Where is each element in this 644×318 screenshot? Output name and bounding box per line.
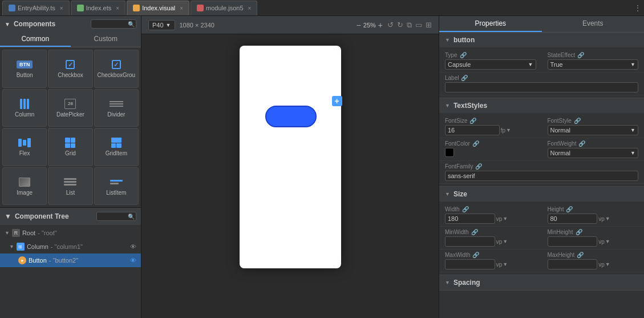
prop-fontsize: FontSize 🔗 fp ▼ — [439, 115, 542, 138]
prop-minheight-value: vp ▼ — [548, 236, 639, 247]
props-section-button-header[interactable]: ▼ button — [439, 33, 644, 47]
comp-checkboxgroup-label: CheckboxGrou — [97, 72, 135, 78]
prop-fontstyle-select[interactable]: Normal ▼ — [548, 125, 639, 135]
redo-button[interactable]: ↻ — [397, 21, 403, 29]
component-grid: BTN Button Checkbox CheckboxGrou — [0, 47, 141, 207]
prop-height-link-icon[interactable]: 🔗 — [566, 206, 573, 212]
comp-button-label: Button — [17, 72, 33, 78]
device-label: P40 — [152, 22, 164, 29]
comp-checkbox-label: Checkbox — [58, 72, 83, 78]
component-search-box[interactable]: 🔍 — [91, 19, 136, 29]
comp-divider[interactable]: Divider — [94, 89, 139, 127]
props-section-spacing-header[interactable]: ▼ Spacing — [439, 275, 644, 290]
prop-width-link-icon[interactable]: 🔗 — [462, 206, 469, 212]
prop-fontstyle-link-icon[interactable]: 🔗 — [574, 118, 581, 124]
prop-minwidth-label: MinWidth 🔗 — [445, 229, 536, 235]
frame-button[interactable]: ▭ — [415, 21, 422, 29]
tab-close-visual[interactable]: × — [180, 5, 183, 11]
prop-fontsize-link-icon[interactable]: 🔗 — [469, 118, 476, 124]
prop-fontstyle-value: Normal ▼ — [548, 125, 639, 135]
prop-height: Height 🔗 vp ▼ — [542, 204, 645, 227]
tree-item-button[interactable]: ● Button - "button2" 👁 — [0, 253, 141, 267]
prop-type-select[interactable]: Capsule ▼ — [445, 59, 536, 70]
prop-stateeffect-link-icon[interactable]: 🔗 — [577, 52, 584, 58]
prop-fontfamily-input[interactable] — [445, 171, 638, 181]
tree-label-column: Column — [27, 243, 48, 250]
tree-item-root[interactable]: ▼ R Root - "root" — [0, 226, 141, 240]
copy-button[interactable]: ⧉ — [407, 21, 412, 30]
comp-button[interactable]: BTN Button — [2, 50, 47, 88]
tab-properties[interactable]: Properties — [439, 16, 542, 32]
canvas-content[interactable]: + — [141, 34, 439, 318]
zoom-controls: − 25% + — [357, 21, 383, 29]
prop-fontcolor-link-icon[interactable]: 🔗 — [472, 140, 479, 147]
prop-minheight-link-icon[interactable]: 🔗 — [576, 229, 582, 235]
tab-events[interactable]: Events — [542, 16, 645, 32]
comp-checkboxgroup[interactable]: CheckboxGrou — [94, 50, 139, 88]
prop-maxheight-unit: vp ▼ — [598, 261, 610, 268]
props-section-size: ▼ Size Width 🔗 vp ▼ — [439, 187, 644, 275]
tab-custom[interactable]: Custom — [71, 32, 141, 47]
prop-maxheight-input[interactable] — [548, 259, 598, 269]
tree-arrow-toggle[interactable]: ▼ — [5, 212, 11, 220]
prop-minwidth-link-icon[interactable]: 🔗 — [471, 229, 478, 235]
prop-fontcolor-swatch[interactable] — [445, 148, 454, 157]
comp-grid[interactable]: Grid — [48, 128, 92, 166]
components-arrow[interactable]: ▼ — [5, 21, 10, 27]
props-section-textstyles-header[interactable]: ▼ TextStyles — [439, 98, 644, 113]
prop-height-input[interactable] — [548, 214, 598, 224]
comp-checkbox[interactable]: Checkbox — [48, 50, 92, 88]
grid-toggle-button[interactable]: ⊞ — [426, 21, 432, 29]
zoom-out-button[interactable]: − — [357, 21, 361, 29]
tab-entry-ability[interactable]: EntryAbility.ts × — [2, 1, 70, 15]
prop-fontcolor: FontColor 🔗 — [439, 138, 542, 161]
comp-griditem[interactable]: GridItem — [94, 128, 139, 166]
tree-search-box[interactable]: 🔍 — [96, 212, 136, 221]
prop-minwidth-input[interactable] — [445, 236, 495, 247]
prop-fontsize-input[interactable] — [445, 125, 500, 135]
tab-index-visual[interactable]: Index.visual × — [127, 1, 189, 15]
props-section-button: ▼ button Type 🔗 Capsule ▼ — [439, 33, 644, 98]
prop-maxwidth-input[interactable] — [445, 259, 495, 269]
prop-label-link-icon[interactable]: 🔗 — [461, 75, 468, 81]
tree-eye-column[interactable]: 👁 — [130, 243, 136, 250]
prop-label-input[interactable] — [445, 82, 638, 92]
tree-expand-root[interactable]: ▼ — [5, 230, 10, 236]
prop-fontweight-select[interactable]: Normal ▼ — [548, 148, 639, 158]
prop-fontfamily-link-icon[interactable]: 🔗 — [475, 163, 482, 170]
tree-item-column[interactable]: ▼ ⊞ Column - "column1" 👁 — [0, 240, 141, 253]
device-selector[interactable]: P40 ▼ — [148, 20, 175, 30]
prop-maxheight-link-icon[interactable]: 🔗 — [577, 252, 584, 258]
prop-type-link-icon[interactable]: 🔗 — [460, 52, 467, 58]
prop-minwidth: MinWidth 🔗 vp ▼ — [439, 227, 542, 249]
comp-divider-label: Divider — [107, 111, 125, 118]
prop-width-input[interactable] — [445, 214, 495, 224]
prop-fontweight-link-icon[interactable]: 🔗 — [578, 140, 585, 147]
tree-expand-column[interactable]: ▼ — [9, 244, 14, 249]
device-dropdown-icon: ▼ — [166, 22, 171, 28]
zoom-in-button[interactable]: + — [378, 21, 383, 29]
comp-griditem-label: GridItem — [106, 150, 127, 156]
tab-module-json[interactable]: module.json5 × — [191, 1, 257, 15]
prop-maxwidth-link-icon[interactable]: 🔗 — [472, 252, 479, 258]
tree-eye-button[interactable]: 👁 — [130, 257, 136, 264]
prop-minheight-input[interactable] — [548, 236, 598, 247]
comp-column[interactable]: Column — [2, 89, 47, 127]
comp-flex[interactable]: Flex — [2, 128, 47, 166]
comp-listitem[interactable]: ListItem — [94, 167, 139, 206]
tab-index-ets[interactable]: Index.ets × — [71, 1, 125, 15]
tab-close-json[interactable]: × — [248, 5, 252, 11]
component-search-input[interactable] — [94, 21, 128, 27]
tab-common[interactable]: Common — [0, 32, 71, 47]
comp-image[interactable]: Image — [2, 167, 47, 206]
tree-search-input[interactable] — [99, 213, 128, 220]
prop-stateeffect-select[interactable]: True ▼ — [548, 59, 639, 70]
tab-close-ets[interactable]: × — [116, 5, 119, 11]
props-section-size-header[interactable]: ▼ Size — [439, 187, 644, 202]
undo-button[interactable]: ↺ — [387, 21, 394, 29]
comp-list[interactable]: List — [48, 167, 92, 206]
tab-more-button[interactable]: ⋮ — [634, 3, 642, 13]
comp-datepicker[interactable]: 28 DatePicker — [48, 89, 92, 127]
tab-close-entry[interactable]: × — [60, 5, 63, 11]
add-component-badge[interactable]: + — [332, 96, 342, 106]
